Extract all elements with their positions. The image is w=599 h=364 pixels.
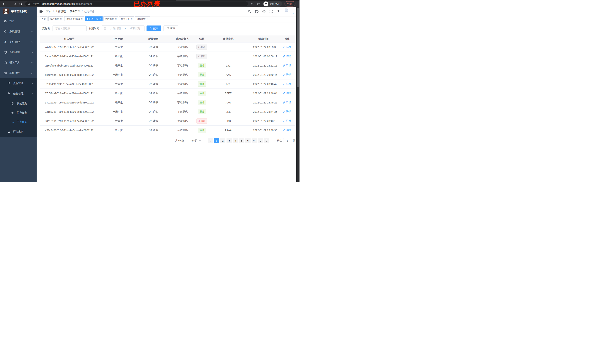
breadcrumb-separator: /	[67, 10, 68, 13]
task-name: 一级审批	[99, 61, 137, 70]
page-button[interactable]: 2	[220, 138, 225, 143]
sidebar-item-label: 基础设施	[9, 51, 29, 54]
breadcrumb-item[interactable]: 任务管理	[70, 10, 80, 13]
next-page-button[interactable]	[264, 138, 269, 143]
sidebar-item-done-tasks[interactable]: 已办任务	[0, 117, 36, 127]
process-starter: 芋道源码	[170, 43, 195, 52]
chevron-down-icon[interactable]: ▼	[292, 12, 294, 14]
browser-reload-button[interactable]	[13, 1, 17, 6]
detail-link[interactable]: 详情	[283, 92, 291, 95]
app-logo	[3, 9, 9, 14]
process-starter: 芋道源码	[170, 126, 195, 135]
chevron-down-icon	[31, 51, 33, 53]
url-text[interactable]: dashboard.yudao.iocoder.cn/bpm/task/done	[42, 2, 93, 5]
done-task-table: 任务编号 任务名称 所属流程 流程发起人 结果 审批意见 创建时间 操作 747…	[40, 36, 295, 135]
tab-start-process[interactable]: 发起流程×	[48, 17, 63, 21]
incognito-icon	[264, 1, 268, 6]
search-icon	[150, 27, 152, 30]
page-button[interactable]: 1	[214, 138, 219, 143]
tab-home[interactable]: 首页	[40, 17, 47, 21]
page-button[interactable]: 3	[227, 138, 232, 143]
browser-forward-button[interactable]	[7, 1, 12, 6]
sidebar-item-devtools[interactable]: 研发工具	[0, 57, 36, 68]
browser-menu-icon[interactable]	[293, 3, 294, 5]
search-icon[interactable]	[247, 10, 251, 13]
detail-link[interactable]: 详情	[283, 101, 291, 104]
close-icon[interactable]: ×	[147, 18, 148, 20]
table-row: 53026aa5-7b9a-11ec-a290-acde48001122 一级审…	[40, 98, 295, 107]
detail-link[interactable]: 详情	[283, 73, 291, 77]
sidebar: 芋道管理系统 首页 系统管理 ¥ 支付管理	[0, 7, 36, 182]
detail-link[interactable]: 详情	[283, 110, 291, 114]
page-size-select[interactable]: 10条/页	[187, 138, 203, 143]
fullscreen-icon[interactable]	[269, 10, 273, 13]
close-icon[interactable]: ×	[81, 18, 83, 20]
tab-todo-tasks[interactable]: 待办任务×	[119, 17, 134, 21]
browser-update-button[interactable]: 更新	[284, 1, 295, 7]
detail-link[interactable]: 详情	[283, 55, 291, 58]
sidebar-item-infrastructure[interactable]: 基础设施	[0, 47, 36, 57]
edit-pen-icon	[283, 101, 285, 104]
process-starter: 芋道源码	[170, 80, 195, 89]
tab-process-detail[interactable]: 流程详情×	[135, 17, 150, 21]
url-host: dashboard.yudao.iocoder.cn	[42, 2, 75, 5]
tags-view: 首页 发起流程× 流程表单-编辑× 已办任务× 我的流程× 待办任务× 流程详情…	[36, 16, 300, 22]
sidebar-item-my-process[interactable]: 我的流程	[0, 99, 36, 108]
column-header: 所属流程	[137, 36, 170, 42]
sidebar-item-payment[interactable]: ¥ 支付管理	[0, 37, 36, 47]
incognito-badge: 无痕模式	[263, 1, 282, 7]
tab-done-tasks[interactable]: 已办任务×	[85, 17, 103, 21]
more-pages-button[interactable]: •••	[252, 138, 257, 143]
window-scrollbar[interactable]	[296, 7, 300, 182]
page-button[interactable]: 4	[233, 138, 238, 143]
process-name-input[interactable]: 请输入流程名	[52, 26, 87, 31]
approve-comment: AAA	[209, 98, 247, 107]
edit-pen-icon	[283, 83, 285, 85]
security-label[interactable]: 不安全	[32, 2, 39, 6]
breadcrumb-item[interactable]: 工作流程	[55, 10, 66, 13]
chevron-down-icon	[31, 41, 33, 43]
process-starter: 芋道源码	[170, 52, 195, 61]
bookmark-star-icon[interactable]	[256, 1, 261, 6]
breadcrumb-item[interactable]: 首页	[46, 10, 51, 13]
prev-page-button[interactable]	[208, 138, 213, 143]
detail-link[interactable]: 详情	[283, 64, 291, 67]
close-icon[interactable]: ×	[99, 18, 101, 20]
date-range-input[interactable]: 开始日期 - 结束日期	[102, 26, 144, 31]
sidebar-item-leave-query[interactable]: 请假查询	[0, 127, 36, 137]
sidebar-item-home[interactable]: 首页	[0, 16, 36, 27]
sidebar-item-process-management[interactable]: 流程管理	[0, 78, 36, 89]
sidebar-item-system[interactable]: 系统管理	[0, 27, 36, 37]
scrollbar-thumb[interactable]	[297, 8, 299, 87]
help-icon[interactable]: ?	[262, 10, 266, 13]
github-icon[interactable]	[255, 10, 258, 13]
search-button[interactable]: 搜索	[147, 26, 161, 31]
close-icon[interactable]: ×	[131, 18, 132, 20]
page-button[interactable]: 9	[258, 138, 263, 143]
forward-arrow-icon	[8, 2, 11, 6]
sidebar-toggle-button[interactable]	[39, 10, 45, 13]
sidebar-item-task-management[interactable]: 任务管理	[0, 89, 36, 99]
close-icon[interactable]: ×	[60, 18, 62, 20]
sidebar-item-todo-tasks[interactable]: 待办任务	[0, 108, 36, 117]
column-header: 操作	[279, 36, 295, 42]
browser-home-button[interactable]	[18, 1, 23, 6]
sidebar-item-label: 工作流程	[9, 71, 29, 75]
tab-process-form-edit[interactable]: 流程表单-编辑×	[64, 17, 84, 21]
goto-page-input[interactable]	[283, 138, 291, 143]
edit-pen-icon	[283, 46, 285, 48]
tab-my-process[interactable]: 我的流程×	[104, 17, 118, 21]
close-icon[interactable]: ×	[115, 18, 117, 20]
user-avatar[interactable]: ▼	[284, 8, 291, 15]
page-button[interactable]: 5	[239, 138, 244, 143]
reset-button[interactable]: 重置	[164, 26, 178, 31]
detail-link[interactable]: 详情	[283, 45, 291, 49]
browser-back-button[interactable]	[1, 1, 6, 6]
sidebar-item-workflow[interactable]: 工作流程	[0, 68, 36, 78]
detail-link[interactable]: 详情	[283, 119, 291, 123]
detail-link[interactable]: 详情	[283, 82, 291, 86]
page-button[interactable]: 6	[245, 138, 251, 143]
password-key-icon[interactable]	[250, 1, 255, 6]
detail-link[interactable]: 详情	[283, 129, 291, 132]
font-size-icon[interactable]: TT	[276, 10, 279, 13]
